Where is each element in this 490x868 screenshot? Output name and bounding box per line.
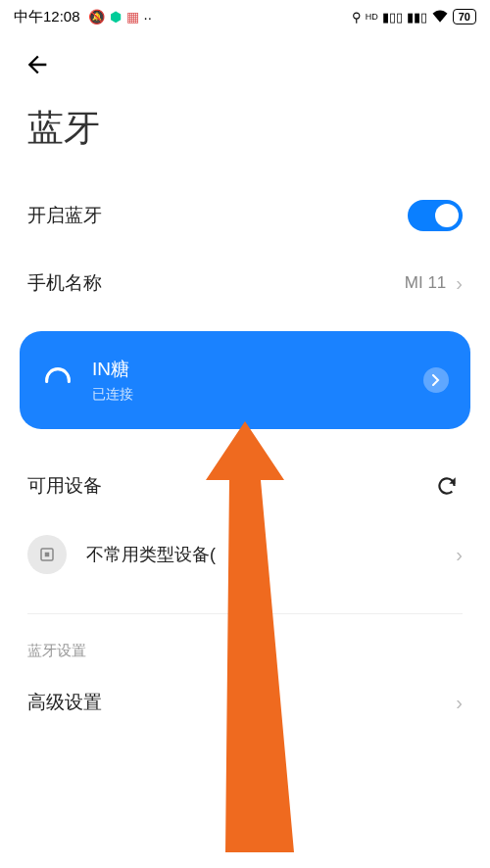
bluetooth-status-icon: ⚲ — [352, 10, 362, 24]
status-bar: 中午12:08 🔕 ⬢ ▦ ·· ⚲ HD ▮▯▯ ▮▮▯ 70 — [0, 0, 490, 33]
bluetooth-toggle-label: 开启蓝牙 — [27, 203, 102, 228]
page-title: 蓝牙 — [0, 82, 490, 180]
phone-name-row[interactable]: 手机名称 MI 11 › — [0, 251, 490, 315]
status-right: ⚲ HD ▮▯▯ ▮▮▯ 70 — [352, 9, 476, 25]
device-details-button[interactable] — [423, 367, 449, 393]
uncommon-devices-label: 不常用类型设备( — [86, 543, 436, 566]
connected-device-name: IN糖 — [92, 357, 406, 382]
shield-icon: ⬢ — [110, 9, 122, 24]
advanced-settings-label: 高级设置 — [27, 690, 102, 715]
available-devices-title: 可用设备 — [27, 473, 102, 499]
chevron-right-icon: › — [456, 692, 463, 714]
status-notification-icons: 🔕 ⬢ ▦ ·· — [88, 9, 152, 25]
hd-icon: HD — [366, 13, 378, 22]
device-type-icon — [27, 535, 67, 574]
back-button[interactable] — [20, 47, 55, 82]
connected-device-status: 已连接 — [92, 386, 406, 404]
bell-off-icon: 🔕 — [88, 9, 105, 24]
more-icon: ·· — [144, 9, 152, 25]
divider — [27, 613, 463, 614]
phone-name-value: MI 11 — [405, 273, 447, 293]
bluetooth-toggle[interactable] — [408, 200, 463, 231]
svg-rect-1 — [45, 553, 50, 557]
status-time: 中午12:08 — [14, 8, 80, 26]
advanced-settings-row[interactable]: 高级设置 › — [0, 670, 490, 735]
signal-2-icon: ▮▮▯ — [407, 10, 427, 24]
headphones-icon — [41, 363, 74, 397]
available-devices-header: 可用设备 — [0, 453, 490, 517]
toggle-knob — [435, 204, 459, 227]
phone-name-label: 手机名称 — [27, 270, 102, 296]
app-icon: ▦ — [126, 9, 139, 24]
refresh-button[interactable] — [431, 470, 463, 502]
uncommon-devices-row[interactable]: 不常用类型设备( › — [0, 517, 490, 592]
bluetooth-settings-label: 蓝牙设置 — [0, 636, 490, 670]
wifi-icon — [431, 9, 449, 25]
connected-device-card[interactable]: IN糖 已连接 — [20, 331, 470, 429]
bluetooth-toggle-row: 开启蓝牙 — [0, 180, 490, 251]
chevron-right-icon: › — [456, 272, 463, 295]
chevron-right-icon: › — [456, 544, 463, 566]
status-left: 中午12:08 🔕 ⬢ ▦ ·· — [14, 8, 152, 26]
signal-1-icon: ▮▯▯ — [382, 10, 403, 24]
battery-icon: 70 — [453, 9, 476, 24]
